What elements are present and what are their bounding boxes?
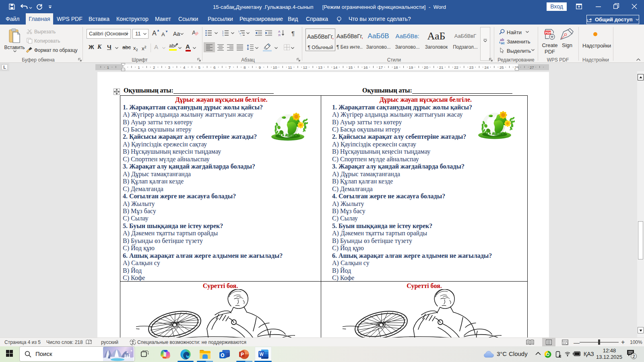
svg-text:27: 27 <box>530 65 534 70</box>
svg-text:5: 5 <box>198 65 200 70</box>
svg-text:23: 23 <box>469 65 474 70</box>
svg-text:7: 7 <box>229 65 231 70</box>
svg-text:ac: ac <box>501 41 505 45</box>
svg-text:11: 11 <box>288 65 292 70</box>
svg-text:21: 21 <box>439 65 444 70</box>
svg-text:18: 18 <box>394 65 398 70</box>
svg-text:1: 1 <box>107 65 109 70</box>
svg-text:24: 24 <box>484 65 489 70</box>
svg-text:10: 10 <box>273 65 277 70</box>
svg-text:12: 12 <box>303 65 308 70</box>
svg-text:i: i <box>241 35 241 37</box>
svg-text:25: 25 <box>500 65 504 70</box>
svg-text:Я: Я <box>278 33 281 37</box>
svg-text:16: 16 <box>363 65 368 70</box>
svg-text:19: 19 <box>409 65 413 70</box>
svg-text:8: 8 <box>244 65 246 70</box>
svg-text:20: 20 <box>424 65 428 70</box>
svg-text:1: 1 <box>138 65 140 70</box>
svg-text:15: 15 <box>348 65 353 70</box>
svg-text:2: 2 <box>153 65 155 70</box>
svg-text:6: 6 <box>213 65 215 70</box>
svg-text:4: 4 <box>183 65 185 70</box>
svg-text:PDF: PDF <box>545 31 551 35</box>
svg-text:22: 22 <box>454 65 458 70</box>
svg-text:3: 3 <box>168 65 170 70</box>
svg-text:17: 17 <box>379 65 383 70</box>
svg-text:14: 14 <box>333 65 338 70</box>
svg-text:А: А <box>278 30 281 33</box>
svg-text:13: 13 <box>318 65 322 70</box>
svg-text:3: 3 <box>222 35 223 37</box>
svg-text:9: 9 <box>259 65 261 70</box>
